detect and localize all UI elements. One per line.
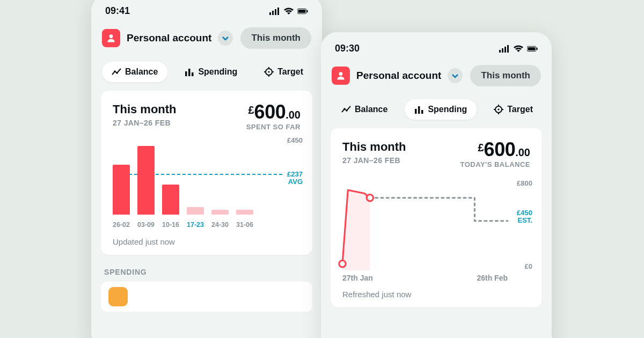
amount: £600.00 [460,140,531,159]
tab-balance[interactable]: Balance [332,99,397,120]
account-dropdown-button[interactable] [448,68,463,83]
status-bar: 09:30 [331,40,542,62]
bar[interactable] [162,185,179,215]
avg-label: £237 AVG [287,171,303,186]
bar[interactable] [236,210,253,215]
wifi-icon [283,8,294,15]
avatar-icon [332,67,350,85]
tab-label: Spending [428,105,467,114]
svg-rect-20 [502,48,503,53]
x-end: 26th Feb [477,274,508,282]
cellular-icon [269,8,280,15]
x-labels: 27th Jan 26th Feb [342,274,508,282]
bars-icon [414,105,424,114]
view-tabs: Balance Spending Target [101,52,312,91]
svg-rect-10 [185,71,187,76]
phone-spending-view: 09:30 Personal account This month Balanc… [321,32,552,338]
tab-label: Balance [125,67,158,77]
bar[interactable] [211,210,229,215]
x-label: 10-16 [162,221,179,229]
svg-rect-29 [415,109,417,114]
svg-rect-0 [269,12,271,15]
est-label: £450 EST. [517,209,532,225]
period-selector[interactable]: This month [470,65,541,86]
trend-icon [112,67,121,77]
tab-label: Target [507,105,533,114]
svg-point-37 [498,108,500,110]
amount: £600.00 [246,102,301,122]
svg-rect-25 [537,47,538,50]
bar[interactable] [113,165,130,215]
svg-point-7 [109,34,113,38]
account-name: Personal account [356,70,441,82]
category-row[interactable] [101,282,312,312]
y-tick-bottom: £0 [525,262,532,270]
line-svg [342,182,508,270]
card-date-range: 27 JAN–26 FEB [342,156,406,165]
svg-rect-22 [507,45,509,53]
y-tick-top: £450 [287,136,303,144]
svg-rect-12 [192,72,194,76]
x-label: 26-02 [113,221,130,229]
account-selector[interactable]: Personal account This month [101,24,312,52]
spending-card: This month 27 JAN–26 FEB £600.00 SPENT S… [101,91,312,255]
bar[interactable] [187,207,204,215]
chevron-down-icon [222,34,229,42]
amount-sublabel: SPENT SO FAR [246,123,301,131]
tab-balance[interactable]: Balance [102,62,167,82]
updated-text: Updated just now [113,227,301,246]
data-point-current [367,195,373,201]
svg-rect-30 [418,106,420,114]
x-label: 24-30 [211,221,229,229]
target-icon [494,105,503,114]
period-selector[interactable]: This month [240,27,311,49]
svg-rect-2 [275,9,276,15]
plot-area [342,182,508,270]
target-icon [264,67,274,77]
tab-label: Target [277,67,303,77]
bar[interactable] [137,146,155,215]
svg-point-27 [343,108,346,110]
tab-target[interactable]: Target [254,62,313,82]
tab-spending[interactable]: Spending [175,62,247,82]
status-bar: 09:41 [101,2,312,24]
phone-balance-view: 09:41 Personal account This month Balanc… [91,0,322,338]
view-tabs: Balance Spending Target [331,90,542,128]
svg-rect-21 [504,47,506,53]
x-labels: 26-02 03-09 10-16 17-23 24-30 31-06 [113,221,278,229]
weekly-spending-chart[interactable]: £450 £237 AVG 26-02 03-09 10-16 17-23 24… [113,136,301,227]
svg-rect-24 [528,47,536,50]
svg-rect-6 [307,10,308,12]
svg-point-26 [339,72,343,76]
account-dropdown-button[interactable] [218,31,233,46]
card-title: This month [342,140,406,154]
spending-section-title: SPENDING [101,255,312,282]
tab-target[interactable]: Target [484,99,543,120]
x-start: 27th Jan [342,274,373,282]
svg-point-18 [268,71,270,72]
bars [113,139,278,215]
svg-point-9 [116,72,118,74]
tab-label: Balance [355,105,387,114]
svg-rect-3 [277,8,279,15]
status-indicators [269,8,308,15]
tab-spending[interactable]: Spending [405,99,477,120]
account-name: Personal account [127,32,211,44]
balance-trend-chart[interactable]: £800 £0 £450 EST. 27th Jan 26th Feb [342,178,530,280]
updated-text: Refreshed just now [342,280,530,299]
wifi-icon [513,45,524,53]
cellular-icon [499,45,510,53]
battery-icon [297,8,308,15]
tab-label: Spending [198,67,237,77]
card-date-range: 27 JAN–26 FEB [113,119,177,127]
trend-icon [341,105,351,114]
svg-rect-5 [298,9,306,12]
account-selector[interactable]: Personal account This month [331,62,542,90]
svg-point-28 [346,109,348,112]
y-tick-top: £800 [517,179,532,187]
balance-card: This month 27 JAN–26 FEB £600.00 TODAY'S… [331,128,542,307]
amount-sublabel: TODAY'S BALANCE [460,160,531,168]
x-label: 03-09 [137,221,155,229]
battery-icon [527,45,538,53]
x-label: 31-06 [236,221,253,229]
